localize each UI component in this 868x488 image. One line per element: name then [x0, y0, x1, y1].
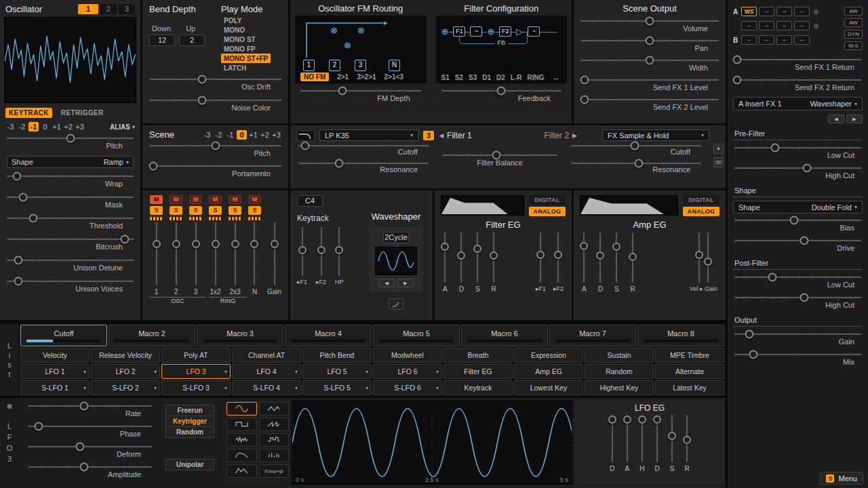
slider-handle[interactable]	[212, 240, 220, 248]
slider-track[interactable]	[580, 60, 719, 61]
lfo-trigger-mode[interactable]: Random	[165, 426, 214, 438]
macro-value-bar[interactable]	[291, 340, 366, 342]
fx-slot[interactable]: –	[741, 21, 757, 30]
keytrack-slider[interactable]: ▸F1	[297, 227, 307, 285]
eg-adsr-slider[interactable]: R	[492, 232, 496, 293]
fx-global-slot[interactable]: AW	[844, 7, 863, 16]
mod-source-cell[interactable]: S-LFO 5 ▾	[302, 380, 372, 395]
mod-source-cell[interactable]: LFO 1 ▾	[20, 364, 90, 379]
mod-source-cell[interactable]: Expression	[514, 348, 583, 363]
macro-cell[interactable]: Macro 8	[637, 325, 724, 346]
lfo-eg-slider[interactable]: D	[610, 415, 614, 472]
slider-handle[interactable]	[800, 237, 808, 245]
fm-routing-option[interactable]: 3>2>1	[357, 73, 376, 81]
slider-track[interactable]	[632, 232, 633, 283]
filter-config-option[interactable]: D2	[496, 74, 505, 81]
slider-track[interactable]	[627, 415, 628, 462]
lfo-param-slider[interactable]: Rate	[22, 400, 159, 420]
slider-handle[interactable]	[490, 251, 498, 260]
octave-option[interactable]: -3	[202, 130, 212, 140]
send-return-slider[interactable]: Send FX 2 Return	[733, 73, 863, 94]
slider-handle[interactable]	[120, 235, 129, 244]
slider-handle[interactable]	[14, 277, 22, 286]
scene-output-slider[interactable]: Send FX 1 Level	[574, 74, 726, 94]
scene-output-slider[interactable]: Volume	[574, 15, 726, 35]
slider-handle[interactable]	[745, 330, 754, 339]
hamburger-menu-icon[interactable]: ≡	[7, 401, 12, 411]
slider-track[interactable]	[7, 260, 134, 261]
lfo-eg-slider[interactable]: A	[625, 415, 630, 472]
osc-pitch-slider[interactable]: Pitch	[0, 131, 140, 152]
slider-handle[interactable]	[704, 258, 712, 266]
fx-slot[interactable]: –	[794, 7, 810, 16]
solo-button[interactable]: S	[170, 206, 182, 215]
slider-track[interactable]	[235, 222, 236, 285]
slider-handle[interactable]	[335, 246, 343, 254]
eg-digital-option[interactable]: DIGITAL	[529, 195, 566, 205]
slider-handle[interactable]	[79, 402, 88, 411]
slider-handle[interactable]	[653, 415, 661, 424]
slider-handle[interactable]	[646, 56, 654, 65]
slider-track[interactable]	[28, 446, 152, 447]
post-filter-slider[interactable]: Low Cut	[733, 270, 863, 291]
octave-option[interactable]: +2	[63, 122, 73, 131]
slider-track[interactable]	[7, 197, 134, 198]
fm-routing-option[interactable]: NO FM	[300, 73, 329, 81]
slider-track[interactable]	[338, 227, 340, 276]
slider-track[interactable]	[149, 100, 281, 101]
slider-track[interactable]	[28, 426, 152, 427]
eg-adsr-slider[interactable]: S	[475, 232, 480, 293]
play-mode-option[interactable]: POLY	[221, 16, 244, 25]
slider-handle[interactable]	[66, 134, 75, 143]
macro-cell[interactable]: Macro 3	[197, 325, 283, 346]
vel-gain-slider[interactable]	[698, 232, 700, 283]
slider-handle[interactable]	[473, 245, 481, 253]
slider-handle[interactable]	[29, 214, 38, 223]
mod-list-tab[interactable]: List	[0, 324, 19, 396]
slider-handle[interactable]	[683, 436, 691, 444]
slider-track[interactable]	[734, 167, 861, 169]
slider-track[interactable]	[686, 415, 688, 462]
scene-output-slider[interactable]: Pan	[574, 35, 726, 54]
filter2-slider[interactable]: Cutoff	[564, 141, 708, 159]
mod-source-cell[interactable]: Keytrack	[443, 380, 513, 395]
send-return-slider[interactable]: Send FX 1 Return	[733, 53, 863, 73]
macro-cell[interactable]: Cutoff	[20, 325, 107, 346]
slider-track[interactable]	[580, 40, 719, 41]
slider-handle[interactable]	[298, 246, 307, 254]
slider-track[interactable]	[28, 466, 152, 468]
slider-track[interactable]	[195, 222, 197, 285]
eg-depth-slider[interactable]: ▸F1	[536, 232, 546, 293]
macro-value-bar[interactable]	[115, 340, 190, 342]
fx-slot[interactable]: –	[794, 21, 810, 30]
macro-cell[interactable]: Macro 4	[285, 325, 372, 346]
slider-track[interactable]	[642, 415, 643, 462]
slider-track[interactable]	[734, 220, 861, 221]
slider-handle[interactable]	[789, 216, 798, 225]
lfo-trigger-mode[interactable]: Freerun	[165, 405, 214, 416]
oscillator-tab[interactable]: 3	[119, 4, 135, 14]
slider-track[interactable]	[7, 138, 134, 139]
macro-cell[interactable]: Macro 2	[108, 325, 195, 346]
octave-option[interactable]: -1	[28, 122, 39, 131]
filter-config-diagram[interactable]: ⊕ F1 ~ ⊕ F2 ▷ ~ FB S1S2S3D1D2L-RRING ↔	[436, 16, 568, 83]
eg-analog-option[interactable]: ANALOG	[529, 207, 566, 216]
slider-track[interactable]	[571, 145, 701, 146]
filter-config-option[interactable]: L-R	[511, 74, 522, 81]
lfo-shape-square[interactable]	[226, 418, 257, 431]
lfo-eg-slider[interactable]: D	[655, 415, 660, 472]
slider-track[interactable]	[274, 222, 275, 285]
slider-handle[interactable]	[695, 251, 703, 259]
mixer-level-slider[interactable]: 1	[155, 222, 159, 296]
keytrack-toggle[interactable]: KEYTRACK	[5, 108, 52, 118]
slider-handle[interactable]	[770, 144, 779, 152]
mixer-level-slider[interactable]: Gain	[267, 222, 281, 296]
mod-source-cell[interactable]: LFO 6 ▾	[373, 364, 442, 379]
slider-handle[interactable]	[732, 76, 741, 85]
slider-track[interactable]	[734, 59, 861, 60]
play-mode-option[interactable]: MONO ST+FP	[221, 54, 271, 63]
macro-value-bar[interactable]	[26, 340, 102, 342]
waveshaper-next-button[interactable]: ▶	[397, 279, 414, 287]
slider-handle[interactable]	[198, 96, 207, 105]
mod-source-cell[interactable]: Lowest Key	[514, 380, 583, 395]
